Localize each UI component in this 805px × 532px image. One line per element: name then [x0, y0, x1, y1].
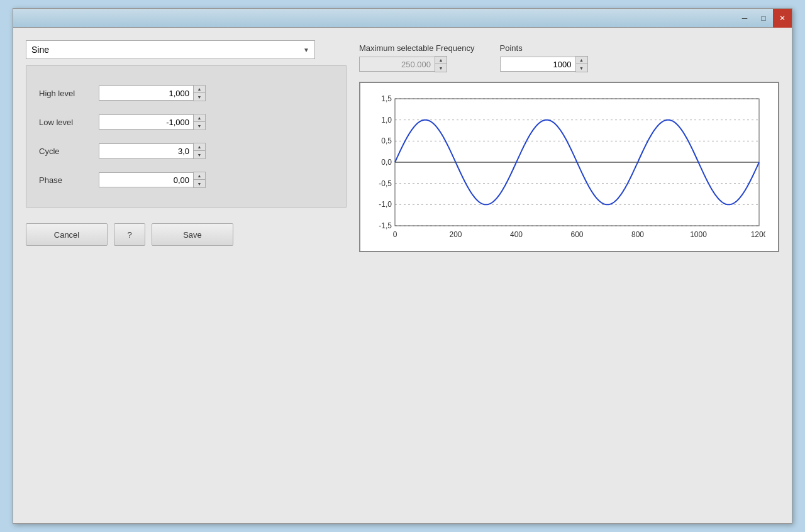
high-level-spinbox-buttons: ▲ ▼ [193, 85, 206, 101]
high-level-up-button[interactable]: ▲ [194, 86, 205, 93]
right-panel: Maximum selectable Frequency ▲ ▼ Points [359, 40, 779, 252]
chart-container [359, 82, 779, 252]
low-level-down-button[interactable]: ▼ [194, 122, 205, 130]
sine-chart [367, 89, 765, 245]
cycle-label: Cycle [39, 147, 89, 156]
minimize-button[interactable]: ─ [735, 9, 754, 28]
high-level-spinbox: ▲ ▼ [99, 85, 212, 101]
frequency-spinbox: ▲ ▼ [359, 56, 472, 72]
help-button[interactable]: ? [114, 223, 145, 246]
cancel-button[interactable]: Cancel [26, 223, 108, 246]
low-level-label: Low level [39, 118, 89, 127]
points-down-button[interactable]: ▼ [576, 64, 587, 72]
cycle-up-button[interactable]: ▲ [194, 143, 205, 151]
phase-spinbox-buttons: ▲ ▼ [193, 172, 206, 188]
frequency-input[interactable] [359, 57, 435, 72]
points-spinbox-buttons: ▲ ▼ [575, 56, 588, 72]
phase-down-button[interactable]: ▼ [194, 180, 205, 187]
points-label: Points [500, 43, 613, 53]
high-level-down-button[interactable]: ▼ [194, 93, 205, 101]
main-window: ─ □ ✕ Sine ▼ High level [13, 8, 792, 524]
low-level-up-button[interactable]: ▲ [194, 114, 205, 122]
points-up-button[interactable]: ▲ [576, 57, 587, 64]
title-bar: ─ □ ✕ [13, 9, 792, 28]
high-level-input[interactable] [99, 86, 193, 101]
waveform-dropdown[interactable]: Sine ▼ [26, 40, 315, 59]
frequency-group: Maximum selectable Frequency ▲ ▼ [359, 43, 475, 72]
form-panel: High level ▲ ▼ Low level [26, 65, 347, 208]
button-row: Cancel ? Save [26, 214, 347, 252]
low-level-input[interactable] [99, 114, 193, 130]
top-controls: Maximum selectable Frequency ▲ ▼ Points [359, 40, 779, 75]
low-level-spinbox-buttons: ▲ ▼ [193, 114, 206, 130]
frequency-down-button[interactable]: ▼ [435, 64, 447, 72]
waveform-dropdown-row: Sine ▼ [26, 40, 347, 59]
phase-label: Phase [39, 175, 89, 185]
high-level-label: High level [39, 89, 89, 98]
cycle-input[interactable] [99, 143, 193, 158]
frequency-label: Maximum selectable Frequency [359, 43, 475, 53]
waveform-dropdown-value: Sine [31, 45, 49, 55]
points-spinbox: ▲ ▼ [500, 56, 613, 72]
low-level-spinbox: ▲ ▼ [99, 114, 212, 130]
low-level-row: Low level ▲ ▼ [39, 114, 333, 130]
frequency-spinbox-buttons: ▲ ▼ [435, 56, 447, 72]
cycle-spinbox: ▲ ▼ [99, 143, 212, 159]
high-level-row: High level ▲ ▼ [39, 85, 333, 101]
left-panel: Sine ▼ High level ▲ ▼ [26, 40, 347, 252]
save-button[interactable]: Save [152, 223, 233, 246]
close-button[interactable]: ✕ [773, 9, 792, 28]
phase-row: Phase ▲ ▼ [39, 172, 333, 188]
phase-up-button[interactable]: ▲ [194, 172, 205, 180]
cycle-row: Cycle ▲ ▼ [39, 143, 333, 159]
cycle-down-button[interactable]: ▼ [194, 151, 205, 158]
frequency-up-button[interactable]: ▲ [435, 57, 447, 64]
main-content: Sine ▼ High level ▲ ▼ [13, 28, 792, 265]
phase-spinbox: ▲ ▼ [99, 172, 212, 188]
dropdown-arrow-icon: ▼ [303, 47, 309, 53]
restore-button[interactable]: □ [754, 9, 773, 28]
points-group: Points ▲ ▼ [500, 43, 613, 72]
points-input[interactable] [500, 57, 575, 72]
phase-input[interactable] [99, 172, 193, 187]
cycle-spinbox-buttons: ▲ ▼ [193, 143, 206, 159]
